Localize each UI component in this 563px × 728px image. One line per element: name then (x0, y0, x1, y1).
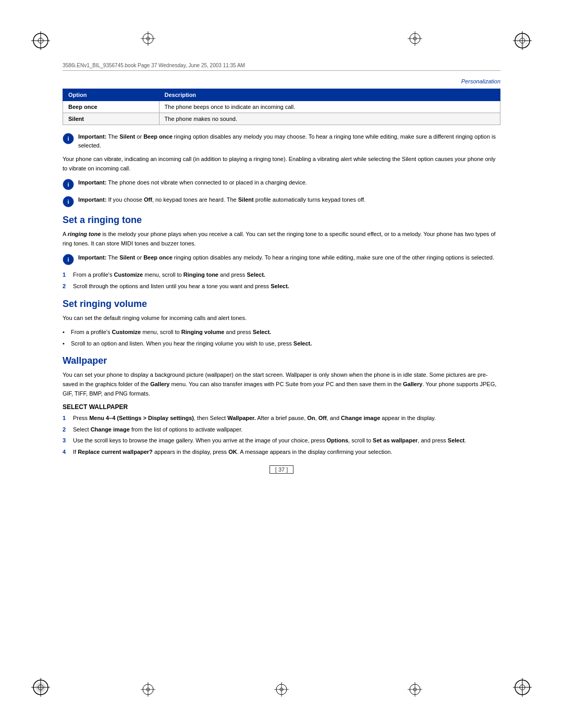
select-wallpaper-subheading: SELECT WALLPAPER (63, 403, 500, 411)
content-area: 3586i.ENv1_BIL_9356745.book Page 37 Wedn… (63, 63, 500, 665)
page: 3586i.ENv1_BIL_9356745.book Page 37 Wedn… (0, 0, 563, 728)
set-ringing-volume-heading: Set ringing volume (63, 299, 500, 310)
mid-mark-bot-left (141, 682, 155, 697)
important-icon-3: i (63, 196, 74, 207)
note-label-2: Important: (78, 179, 106, 186)
list-item: 3 Use the scroll keys to browse the imag… (63, 436, 500, 446)
mid-mark-top-left (141, 31, 155, 46)
note-body-1: The Silent or Beep once ringing option d… (78, 133, 496, 149)
list-item: 2 Select Change image from the list of o… (63, 425, 500, 435)
corner-mark-tl (31, 31, 50, 50)
table-cell-option-0: Beep once (63, 101, 160, 113)
note-text-1: Important: The Silent or Beep once ringi… (78, 132, 500, 150)
table-cell-desc-1: The phone makes no sound. (159, 113, 500, 125)
note-block-2: i Important: The phone does not vibrate … (63, 178, 500, 190)
note-text-3: Important: If you choose Off, no keypad … (78, 195, 365, 204)
svg-text:i: i (67, 135, 69, 142)
table-header-description: Description (159, 89, 500, 101)
list-item: 4 If Replace current wallpaper? appears … (63, 448, 500, 457)
corner-mark-bl (31, 678, 50, 697)
vibrate-paragraph: Your phone can vibrate, indicating an in… (63, 155, 500, 173)
table-cell-option-1: Silent (63, 113, 160, 125)
wallpaper-heading: Wallpaper (63, 355, 500, 366)
note-body-2: The phone does not vibrate when connecte… (108, 179, 307, 186)
svg-point-13 (35, 682, 46, 693)
ringing-tone-intro: A ringing tone is the melody your phone … (63, 230, 500, 248)
table-row: Silent The phone makes no sound. (63, 113, 500, 125)
corner-mark-br (513, 678, 532, 697)
svg-text:i: i (67, 256, 69, 263)
wallpaper-intro: You can set your phone to display a back… (63, 371, 500, 398)
set-ringing-tone-heading: Set a ringing tone (63, 215, 500, 226)
note-text-4: Important: The Silent or Beep once ringi… (78, 253, 494, 262)
ringing-volume-bullets: From a profile's Customize menu, scroll … (63, 328, 500, 348)
svg-text:i: i (67, 199, 69, 205)
note-label-4: Important: (78, 254, 106, 261)
list-item: From a profile's Customize menu, scroll … (63, 328, 500, 337)
list-item: 2 Scroll through the options and listen … (63, 282, 500, 291)
important-icon-2: i (63, 179, 74, 190)
section-label: Personalization (63, 78, 500, 84)
note-text-2: Important: The phone does not vibrate wh… (78, 178, 307, 187)
wallpaper-steps: 1 Press Menu 4–4 (Settings > Display set… (63, 414, 500, 456)
corner-mark-tr (513, 31, 532, 50)
mid-mark-bot-center (274, 682, 289, 697)
table-row: Beep once The phone beeps once to indica… (63, 101, 500, 113)
svg-text:i: i (67, 181, 69, 188)
page-number: [ 37 ] (63, 466, 500, 473)
note-body-3: If you choose Off, no keypad tones are h… (108, 196, 365, 203)
important-icon-4: i (63, 254, 74, 265)
mid-mark-bot-right (408, 682, 422, 697)
note-block-4: i Important: The Silent or Beep once rin… (63, 253, 500, 265)
header-line: 3586i.ENv1_BIL_9356745.book Page 37 Wedn… (63, 63, 500, 71)
note-body-4: The Silent or Beep once ringing option d… (108, 254, 494, 261)
header-text: 3586i.ENv1_BIL_9356745.book Page 37 Wedn… (63, 63, 245, 68)
list-item: 1 From a profile's Customize menu, scrol… (63, 270, 500, 280)
ringing-tone-steps: 1 From a profile's Customize menu, scrol… (63, 270, 500, 291)
note-label-1: Important: (78, 133, 106, 140)
mid-mark-top-right (408, 31, 422, 46)
option-table: Option Description Beep once The phone b… (63, 89, 500, 125)
list-item: Scroll to an option and listen. When you… (63, 339, 500, 349)
note-block-1: i Important: The Silent or Beep once rin… (63, 132, 500, 150)
note-label-3: Important: (78, 196, 106, 203)
important-icon-1: i (63, 133, 74, 144)
table-cell-desc-0: The phone beeps once to indicate an inco… (159, 101, 500, 113)
table-header-option: Option (63, 89, 160, 101)
note-block-3: i Important: If you choose Off, no keypa… (63, 195, 500, 207)
ringing-volume-intro: You can set the default ringing volume f… (63, 314, 500, 323)
list-item: 1 Press Menu 4–4 (Settings > Display set… (63, 414, 500, 423)
